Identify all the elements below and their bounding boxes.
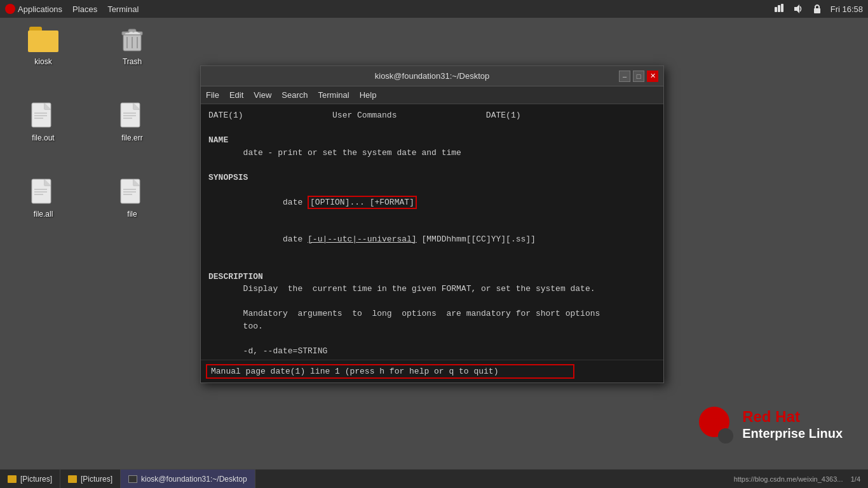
applications-label: Applications <box>18 4 62 14</box>
taskbar-terminal-icon <box>128 475 137 483</box>
redhat-circle-icon <box>696 405 735 444</box>
file-all-icon <box>28 177 58 207</box>
menu-edit[interactable]: Edit <box>229 90 243 100</box>
synopsis-line2: date [-u|--utc|--universal] [MMDDhhmm[[C… <box>208 221 656 259</box>
file-out-label: file.out <box>32 133 54 142</box>
menu-file[interactable]: File <box>206 90 219 100</box>
svg-point-32 <box>718 428 733 444</box>
places-menu[interactable]: Places <box>72 4 97 14</box>
kiosk-folder-icon <box>28 24 58 55</box>
top-bar-right: Fri 16:58 <box>773 3 863 15</box>
terminal-statusbar: Manual page date(1) line 1 (press h for … <box>201 360 663 383</box>
terminal-window: kiosk@foundation31:~/Desktop – □ ✕ File … <box>200 65 664 383</box>
taskbar-pictures1-label: [Pictures] <box>20 475 52 484</box>
volume-icon[interactable] <box>792 3 804 15</box>
header-line: DATE(1) User Commands DATE(1) <box>208 109 656 122</box>
redhat-logo: Red Hat Enterprise Linux <box>696 405 843 444</box>
svg-rect-4 <box>814 8 820 13</box>
description-line4: too. <box>208 320 656 333</box>
status-text[interactable]: Manual page date(1) line 1 (press h for … <box>206 364 574 379</box>
file-out-icon <box>28 100 58 131</box>
menu-terminal[interactable]: Terminal <box>318 90 349 100</box>
close-button[interactable]: ✕ <box>647 71 658 82</box>
terminal-content: DATE(1) User Commands DATE(1) NAME date … <box>201 104 663 360</box>
redhat-line2: Enterprise Linux <box>742 426 843 441</box>
window-controls: – □ ✕ <box>619 71 658 82</box>
network-icon[interactable] <box>773 3 785 15</box>
svg-rect-0 <box>775 7 777 12</box>
top-bar-left: Applications Places Terminal <box>5 4 139 14</box>
desktop-icon-trash[interactable]: Trash <box>107 24 158 66</box>
file-all-label: file.all <box>34 210 53 219</box>
desktop-icon-kiosk[interactable]: kiosk <box>18 24 69 66</box>
taskbar-terminal[interactable]: kiosk@foundation31:~/Desktop <box>121 470 255 488</box>
svg-marker-3 <box>794 4 799 13</box>
top-menubar: Applications Places Terminal <box>0 0 868 18</box>
synopsis-heading: SYNOPSIS <box>208 172 656 184</box>
taskbar-url: https://blog.csdn.me/weixin_4363... 1/4 <box>734 475 868 483</box>
page-info: 1/4 <box>851 475 860 483</box>
description-line3: Mandatory arguments to long options are … <box>208 308 656 320</box>
redhat-text: Red Hat Enterprise Linux <box>742 408 843 442</box>
taskbar-terminal-label: kiosk@foundation31:~/Desktop <box>141 475 247 484</box>
url-text: https://blog.csdn.me/weixin_4363... <box>734 475 843 483</box>
menu-search[interactable]: Search <box>281 90 308 100</box>
taskbar-pictures2-label: [Pictures] <box>81 475 112 484</box>
desktop: kiosk Trash <box>0 18 868 469</box>
synopsis-line1: date [OPTION]... [+FORMAT] <box>208 184 656 221</box>
minimize-button[interactable]: – <box>619 71 630 82</box>
svg-rect-2 <box>781 4 783 12</box>
opt-d-heading: -d, --date=STRING <box>208 345 656 358</box>
name-heading: NAME <box>208 134 656 147</box>
taskbar-pictures1[interactable]: [Pictures] <box>0 470 60 488</box>
lock-icon[interactable] <box>811 3 823 15</box>
redhat-line1: Red Hat <box>742 408 800 425</box>
menu-help[interactable]: Help <box>360 90 377 100</box>
applications-menu[interactable]: Applications <box>5 4 62 14</box>
terminal-menu[interactable]: Terminal <box>107 4 139 14</box>
desktop-icon-file[interactable]: file <box>107 177 158 219</box>
app-icon <box>5 4 15 14</box>
file-err-label: file.err <box>121 133 142 142</box>
trash-can-icon <box>117 24 147 55</box>
synopsis-underline: [-u|--utc|--universal] <box>308 234 417 244</box>
description-line1: Display the current time in the given FO… <box>208 283 656 295</box>
opt-d-text: display time described by STRING, not 'n… <box>208 357 656 360</box>
terminal-menubar: File Edit View Search Terminal Help <box>201 86 663 104</box>
description-heading: DESCRIPTION <box>208 271 656 283</box>
desktop-icon-file-err[interactable]: file.err <box>107 100 158 142</box>
taskbar: [Pictures] [Pictures] kiosk@foundation31… <box>0 469 868 488</box>
file-label: file <box>127 210 137 219</box>
file-err-icon <box>117 100 147 131</box>
terminal-title: kiosk@foundation31:~/Desktop <box>375 71 490 81</box>
maximize-button[interactable]: □ <box>633 71 644 82</box>
places-label: Places <box>72 4 97 14</box>
taskbar-pictures2[interactable]: [Pictures] <box>60 470 121 488</box>
svg-rect-1 <box>778 5 780 12</box>
file-icon <box>117 177 147 207</box>
taskbar-folder-icon-1 <box>8 475 17 483</box>
desktop-icon-file-all[interactable]: file.all <box>18 177 69 219</box>
trash-label: Trash <box>123 57 142 66</box>
kiosk-label: kiosk <box>34 57 51 66</box>
terminal-titlebar: kiosk@foundation31:~/Desktop – □ ✕ <box>201 66 663 86</box>
synopsis-highlight: [OPTION]... [+FORMAT] <box>308 196 417 209</box>
desktop-icon-file-out[interactable]: file.out <box>18 100 69 142</box>
terminal-label: Terminal <box>107 4 139 14</box>
svg-point-33 <box>702 418 727 426</box>
taskbar-folder-icon-2 <box>68 475 77 483</box>
name-text: date - print or set the system date and … <box>208 147 656 159</box>
clock: Fri 16:58 <box>831 4 863 14</box>
menu-view[interactable]: View <box>254 90 271 100</box>
